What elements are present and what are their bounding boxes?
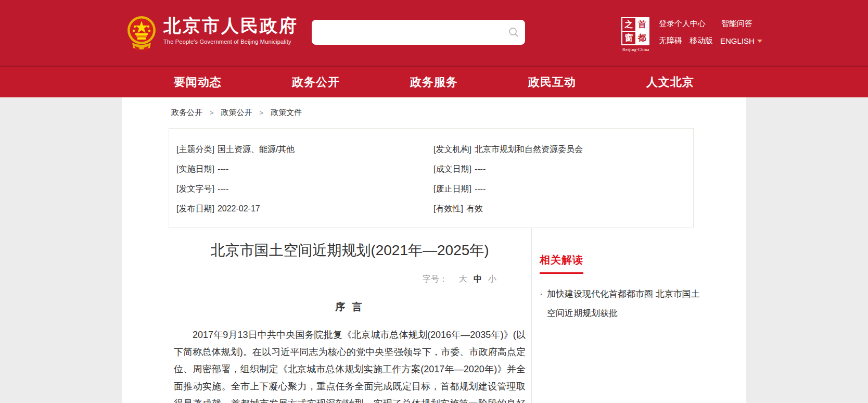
nav-item-news[interactable]: 要闻动态 bbox=[174, 74, 222, 90]
meta-value: ---- bbox=[475, 184, 486, 193]
breadcrumb-separator: > bbox=[210, 109, 214, 117]
main-nav: 要闻动态 政务公开 政务服务 政民互动 人文北京 bbox=[0, 66, 868, 97]
related-link[interactable]: ·加快建设现代化首都都市圈 北京市国土空间近期规划获批 bbox=[540, 284, 704, 323]
nav-item-gov-service[interactable]: 政务服务 bbox=[410, 74, 458, 90]
seal-char: 首 bbox=[636, 18, 649, 31]
document-meta-box: [主题分类]国土资源、能源/其他 [发文机构]北京市规划和自然资源委员会 [实施… bbox=[169, 128, 694, 228]
search-box bbox=[312, 20, 525, 45]
capital-window-logo[interactable]: 之 首 窗 都 Beijing-China bbox=[621, 17, 650, 52]
login-link[interactable]: 登录个人中心 bbox=[659, 19, 706, 29]
meta-field-written-date: [成文日期]---- bbox=[433, 162, 686, 177]
article-title: 北京市国土空间近期规划(2021年—2025年) bbox=[174, 242, 526, 259]
meta-value: ---- bbox=[218, 184, 228, 193]
related-link-text: 加快建设现代化首都都市圈 北京市国土空间近期规划获批 bbox=[547, 289, 700, 318]
mobile-version-link[interactable]: 移动版 bbox=[690, 36, 713, 46]
bullet-icon: · bbox=[540, 284, 543, 304]
accessibility-link[interactable]: 无障碍 bbox=[659, 36, 682, 46]
main-content: 政务公开 > 政策公开 > 政策文件 [主题分类]国土资源、能源/其他 [发文机… bbox=[122, 97, 746, 403]
related-sidebar: 相关解读 ·加快建设现代化首都都市圈 北京市国土空间近期规划获批 bbox=[531, 228, 746, 403]
meta-value: ---- bbox=[218, 165, 228, 173]
english-link[interactable]: ENGLISH bbox=[720, 36, 762, 45]
meta-value: 北京市规划和自然资源委员会 bbox=[475, 145, 583, 154]
related-title: 相关解读 bbox=[540, 253, 583, 274]
breadcrumb-item[interactable]: 政策文件 bbox=[271, 108, 302, 118]
seal-char: 窗 bbox=[622, 32, 635, 45]
capital-window-caption: Beijing-China bbox=[621, 47, 650, 52]
english-label: ENGLISH bbox=[720, 36, 755, 45]
site-subtitle: The People's Government of Beijing Munic… bbox=[163, 39, 298, 45]
meta-label: [发文机构] bbox=[433, 145, 471, 154]
meta-field-impl-date: [实施日期]---- bbox=[176, 162, 433, 177]
site-header: 北京市人民政府 The People's Government of Beiji… bbox=[0, 0, 868, 66]
breadcrumb-item[interactable]: 政策公开 bbox=[221, 108, 252, 118]
breadcrumb-separator: > bbox=[260, 109, 264, 117]
related-list: ·加快建设现代化首都都市圈 北京市国土空间近期规划获批 bbox=[540, 284, 736, 323]
section-heading: 序 言 bbox=[174, 300, 526, 314]
nav-item-interaction[interactable]: 政民互动 bbox=[528, 74, 576, 90]
dropdown-arrow-icon bbox=[757, 40, 762, 43]
seal-char: 都 bbox=[636, 32, 649, 45]
meta-value: ---- bbox=[475, 165, 486, 173]
font-size-control: 字号：大中小 bbox=[174, 274, 526, 285]
meta-label: [成文日期] bbox=[433, 165, 471, 173]
font-size-medium[interactable]: 中 bbox=[474, 274, 482, 283]
meta-field-doc-number: [发文字号]---- bbox=[176, 182, 433, 196]
meta-label: [发文字号] bbox=[176, 184, 214, 193]
font-size-label: 字号： bbox=[423, 274, 448, 283]
meta-field-repeal-date: [废止日期]---- bbox=[433, 182, 686, 196]
nav-item-gov-open[interactable]: 政务公开 bbox=[292, 74, 340, 90]
breadcrumb: 政务公开 > 政策公开 > 政策文件 bbox=[171, 108, 746, 118]
national-emblem-icon bbox=[127, 14, 156, 52]
site-logo[interactable]: 北京市人民政府 The People's Government of Beiji… bbox=[127, 14, 298, 52]
search-icon bbox=[508, 27, 519, 38]
meta-label: [主题分类] bbox=[176, 145, 214, 154]
meta-field-agency: [发文机构]北京市规划和自然资源委员会 bbox=[433, 142, 686, 157]
meta-label: [有效性] bbox=[433, 204, 463, 213]
nav-item-culture[interactable]: 人文北京 bbox=[646, 74, 694, 90]
meta-field-publish-date: [发布日期]2022-02-17 bbox=[176, 201, 433, 216]
meta-value: 国土资源、能源/其他 bbox=[218, 145, 295, 154]
meta-label: [废止日期] bbox=[433, 184, 471, 193]
meta-value: 有效 bbox=[466, 204, 483, 213]
search-input[interactable] bbox=[312, 20, 502, 45]
font-size-large[interactable]: 大 bbox=[459, 274, 467, 283]
meta-value: 2022-02-17 bbox=[218, 204, 260, 213]
meta-field-validity: [有效性]有效 bbox=[433, 201, 686, 216]
capital-window-seal-icon: 之 首 窗 都 bbox=[621, 17, 649, 45]
smart-qa-link[interactable]: 智能问答 bbox=[721, 19, 752, 29]
site-title: 北京市人民政府 bbox=[163, 16, 298, 35]
header-quick-links: 登录个人中心 智能问答 无障碍 移动版 ENGLISH bbox=[659, 19, 752, 53]
search-button[interactable] bbox=[502, 20, 525, 45]
seal-char: 之 bbox=[622, 18, 635, 31]
font-size-small[interactable]: 小 bbox=[488, 274, 496, 283]
meta-label: [发布日期] bbox=[176, 204, 214, 213]
meta-label: [实施日期] bbox=[176, 165, 214, 173]
meta-field-topic: [主题分类]国土资源、能源/其他 bbox=[176, 142, 433, 157]
breadcrumb-item[interactable]: 政务公开 bbox=[171, 108, 202, 118]
article-paragraph: 2017年9月13日中共中央国务院批复《北京城市总体规划(2016年—2035年… bbox=[174, 326, 526, 403]
article: 北京市国土空间近期规划(2021年—2025年) 字号：大中小 序 言 2017… bbox=[174, 228, 526, 403]
